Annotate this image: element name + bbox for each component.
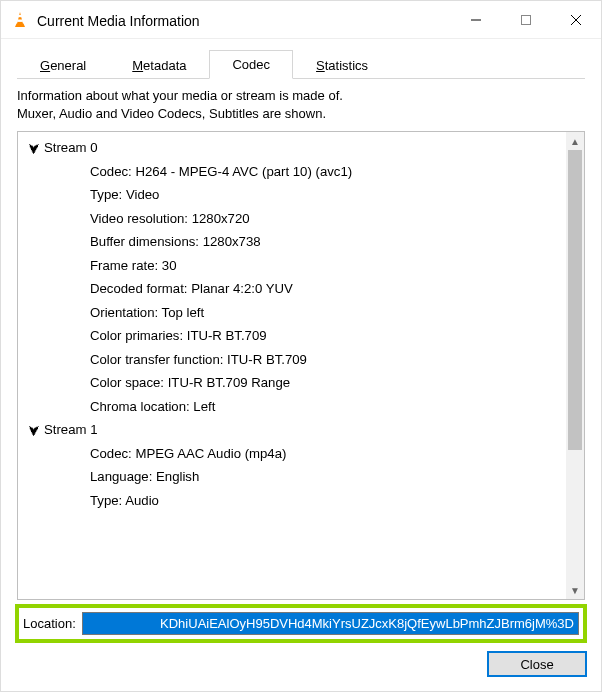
close-window-button[interactable] [551, 1, 601, 38]
bottom-panel: Location: Close [1, 604, 601, 691]
stream-prop: Orientation: Top left [20, 301, 564, 325]
svg-marker-0 [17, 12, 23, 24]
stream-prop: Color space: ITU-R BT.709 Range [20, 371, 564, 395]
stream-prop: Buffer dimensions: 1280x738 [20, 230, 564, 254]
info-text: Information about what your media or str… [17, 87, 585, 123]
stream-header[interactable]: ⮟Stream 1 [20, 418, 564, 442]
media-info-window: Current Media Information General Metada… [0, 0, 602, 692]
tab-content: Information about what your media or str… [1, 79, 601, 604]
stream-prop: Codec: MPEG AAC Audio (mp4a) [20, 442, 564, 466]
tab-general[interactable]: General [17, 51, 109, 79]
stream-prop: Type: Audio [20, 489, 564, 513]
codec-tree-container: ⮟Stream 0 Codec: H264 - MPEG-4 AVC (part… [17, 131, 585, 600]
svg-rect-5 [522, 15, 531, 24]
vlc-icon [11, 11, 29, 29]
stream-prop: Language: English [20, 465, 564, 489]
window-title: Current Media Information [37, 11, 451, 29]
codec-tree[interactable]: ⮟Stream 0 Codec: H264 - MPEG-4 AVC (part… [18, 132, 566, 599]
stream-prop: Chroma location: Left [20, 395, 564, 419]
close-button[interactable]: Close [487, 651, 587, 677]
stream-prop: Codec: H264 - MPEG-4 AVC (part 10) (avc1… [20, 160, 564, 184]
stream-header[interactable]: ⮟Stream 0 [20, 136, 564, 160]
svg-marker-3 [15, 23, 25, 27]
button-row: Close [15, 651, 587, 677]
minimize-button[interactable] [451, 1, 501, 38]
stream-prop: Color primaries: ITU-R BT.709 [20, 324, 564, 348]
chevron-down-icon: ⮟ [28, 138, 40, 162]
window-controls [451, 1, 601, 38]
scroll-down-arrow-icon[interactable]: ▼ [566, 581, 584, 599]
chevron-down-icon: ⮟ [28, 420, 40, 444]
stream-prop: Video resolution: 1280x720 [20, 207, 564, 231]
tab-metadata[interactable]: Metadata [109, 51, 209, 79]
location-input[interactable] [82, 612, 579, 635]
svg-rect-1 [18, 15, 22, 17]
stream-prop: Color transfer function: ITU-R BT.709 [20, 348, 564, 372]
location-row: Location: [15, 604, 587, 643]
stream-prop: Decoded format: Planar 4:2:0 YUV [20, 277, 564, 301]
stream-prop: Type: Video [20, 183, 564, 207]
stream-prop: Frame rate: 30 [20, 254, 564, 278]
svg-rect-2 [17, 19, 23, 21]
tab-bar: General Metadata Codec Statistics [17, 49, 585, 79]
scrollbar-thumb[interactable] [568, 150, 582, 450]
maximize-button[interactable] [501, 1, 551, 38]
vertical-scrollbar[interactable]: ▲ ▼ [566, 132, 584, 599]
location-label: Location: [23, 616, 82, 631]
tab-codec[interactable]: Codec [209, 50, 293, 79]
tab-statistics[interactable]: Statistics [293, 51, 391, 79]
titlebar: Current Media Information [1, 1, 601, 39]
scroll-up-arrow-icon[interactable]: ▲ [566, 132, 584, 150]
